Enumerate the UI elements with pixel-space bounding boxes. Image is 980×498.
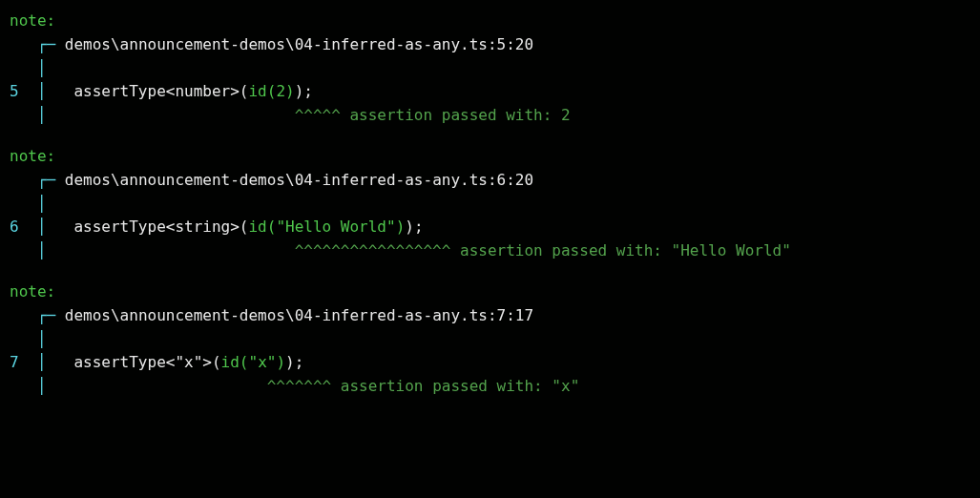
pipe-icon: │ — [19, 82, 74, 100]
pipe-icon: │ — [37, 377, 74, 395]
code-arg: "Hello World" — [276, 218, 395, 236]
line-number: 5 — [10, 82, 19, 100]
pipe-icon: │ — [37, 241, 74, 259]
file-path: demos\announcement-demos\04-inferred-as-… — [65, 35, 533, 53]
code-line: 6 │ assertType<string>(id("Hello World")… — [10, 216, 970, 239]
file-location-line: ┌─ demos\announcement-demos\04-inferred-… — [10, 33, 970, 57]
note-keyword: note: — [10, 147, 55, 165]
line-number: 7 — [10, 353, 19, 371]
caret-underline: ^^^^^^^^^^^^^^^^^ — [295, 241, 451, 259]
note-label: note: — [10, 145, 970, 169]
code-call: id — [221, 353, 240, 371]
pipe-icon: │ — [37, 106, 74, 124]
pipe-icon: │ — [37, 59, 47, 77]
gutter-pipe: │ — [10, 328, 970, 352]
code-generic-type: string — [175, 218, 230, 236]
assertion-result-line: │ ^^^^^ assertion passed with: 2 — [10, 104, 970, 128]
note-label: note: — [10, 10, 970, 33]
code-generic-type: number — [175, 82, 230, 100]
note-keyword: note: — [10, 282, 55, 301]
assertion-result-line: │ ^^^^^^^^^^^^^^^^^ assertion passed wit… — [10, 239, 970, 263]
code-generic-type: "x" — [175, 353, 202, 371]
line-number: 6 — [10, 218, 19, 236]
code-line: 5 │ assertType<number>(id(2)); — [10, 80, 970, 104]
diagnostic-note: note: ┌─ demos\announcement-demos\04-inf… — [10, 280, 970, 399]
pipe-icon: │ — [19, 218, 74, 236]
code-line: 7 │ assertType<"x">(id("x")); — [10, 351, 970, 375]
gutter-pipe: │ — [10, 193, 970, 217]
note-label: note: — [10, 280, 970, 304]
code-arg: "x" — [249, 353, 277, 371]
pipe-icon: │ — [19, 353, 74, 371]
code-call: id — [248, 218, 266, 236]
note-keyword: note: — [10, 11, 55, 30]
code-arg: 2 — [276, 82, 285, 100]
pipe-icon: │ — [37, 195, 47, 213]
assertion-result-line: │ ^^^^^^^ assertion passed with: "x" — [10, 375, 970, 399]
caret-underline: ^^^^^ — [295, 106, 341, 124]
code-call: id — [248, 82, 266, 100]
gutter-pipe: │ — [10, 57, 970, 81]
file-location-line: ┌─ demos\announcement-demos\04-inferred-… — [10, 169, 970, 193]
file-location-line: ┌─ demos\announcement-demos\04-inferred-… — [10, 304, 970, 328]
pipe-icon: │ — [37, 330, 47, 348]
code-assert: assertType — [73, 353, 165, 371]
assertion-message: assertion passed with: "Hello World" — [450, 241, 790, 259]
diagnostic-note: note: ┌─ demos\announcement-demos\04-inf… — [10, 10, 970, 128]
assertion-message: assertion passed with: 2 — [341, 106, 571, 124]
assertion-message: assertion passed with: "x" — [331, 377, 579, 395]
code-assert: assertType — [73, 218, 165, 236]
corner-icon: ┌─ — [37, 306, 65, 324]
diagnostic-note: note: ┌─ demos\announcement-demos\04-inf… — [10, 145, 970, 263]
corner-icon: ┌─ — [37, 35, 65, 53]
file-path: demos\announcement-demos\04-inferred-as-… — [65, 171, 533, 189]
caret-underline: ^^^^^^^ — [267, 377, 331, 395]
file-path: demos\announcement-demos\04-inferred-as-… — [65, 306, 533, 324]
corner-icon: ┌─ — [37, 171, 65, 189]
code-assert: assertType — [73, 82, 165, 100]
